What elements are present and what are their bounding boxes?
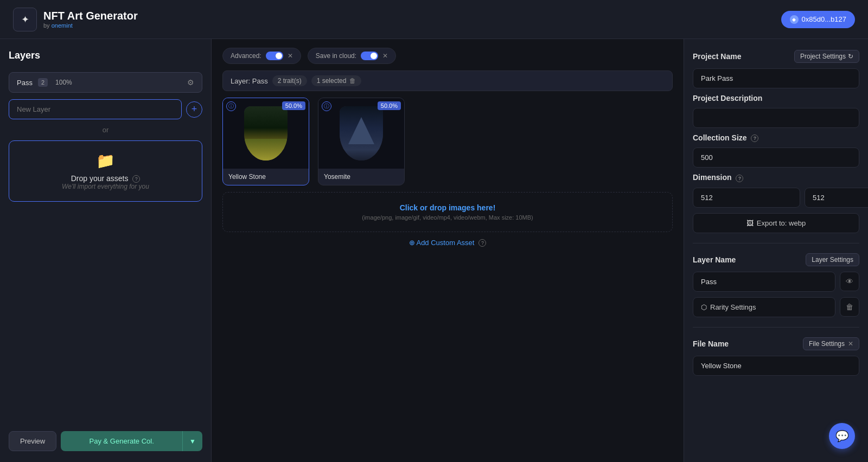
export-label: Export to: webp xyxy=(757,219,806,227)
collection-size-help-icon: ? xyxy=(751,134,758,142)
dimension-row xyxy=(693,188,859,208)
layer-item-pass[interactable]: Pass 2 100% ⚙ xyxy=(9,72,202,93)
header: ✦ NFT Art Generator by onemint ◆ 0x85d0.… xyxy=(0,0,868,39)
asset-thumb-yellowstone xyxy=(244,106,288,161)
file-settings-close-icon[interactable]: ✕ xyxy=(848,340,853,348)
traits-badge: 2 trait(s) xyxy=(272,75,307,86)
divider-1 xyxy=(693,243,859,243)
custom-asset-help-icon: ? xyxy=(478,239,486,247)
app-name: NFT Art Generator xyxy=(43,10,138,22)
asset-info-icon-yosemite[interactable]: ⓘ xyxy=(322,101,331,111)
export-button[interactable]: 🖼 Export to: webp xyxy=(693,213,859,233)
layer-settings-label: Layer Settings xyxy=(812,256,853,264)
advanced-close-icon[interactable]: ✕ xyxy=(288,52,293,60)
drop-zone[interactable]: 📁 Drop your assets ? We'll import everyt… xyxy=(9,140,202,202)
dimension-help-icon: ? xyxy=(736,175,743,182)
generate-button[interactable]: Pay & Generate Col. xyxy=(61,431,182,451)
asset-rarity-yosemite: 50.0% xyxy=(378,101,401,110)
save-cloud-toggle[interactable] xyxy=(361,52,378,60)
save-cloud-close-icon[interactable]: ✕ xyxy=(382,52,388,60)
project-desc-input[interactable] xyxy=(693,108,859,128)
top-bar: Advanced: ✕ Save in cloud: ✕ xyxy=(222,48,673,64)
logo-icon: ✦ xyxy=(13,8,37,31)
project-settings-button[interactable]: Project Settings ↻ xyxy=(794,50,859,63)
custom-asset-label: ⊕ Add Custom Asset xyxy=(409,239,475,247)
advanced-label: Advanced: xyxy=(231,52,261,60)
project-name-label: Project Name xyxy=(693,52,741,61)
yellowstone-art xyxy=(244,106,288,161)
rarity-label: Rarity Settings xyxy=(710,303,756,311)
generate-dropdown-button[interactable]: ▼ xyxy=(182,431,202,451)
drop-title: Drop your assets ? xyxy=(20,174,191,183)
app-sub: by onemint xyxy=(43,22,138,29)
rarity-icon: ⬡ xyxy=(701,303,707,311)
export-icon: 🖼 xyxy=(746,219,754,227)
asset-info-icon-yellowstone[interactable]: ⓘ xyxy=(226,101,236,111)
file-settings-section: File Name File Settings ✕ xyxy=(693,337,859,376)
file-settings-label: File Settings xyxy=(809,340,845,348)
layer-tabs: Layer: Pass 2 trait(s) 1 selected 🗑 xyxy=(222,70,673,91)
yosemite-mountain xyxy=(348,117,374,144)
new-layer-row: + xyxy=(9,99,202,119)
project-settings-section: Project Name Project Settings ↻ Project … xyxy=(693,50,859,233)
drop-help-icon: ? xyxy=(132,175,140,183)
divider-2 xyxy=(693,327,859,328)
dimension-width-input[interactable] xyxy=(693,188,800,208)
add-layer-button[interactable]: + xyxy=(186,101,202,118)
layer-name: Pass xyxy=(17,79,33,87)
layer-name-input[interactable] xyxy=(693,272,835,292)
layer-settings-header: Layer Name Layer Settings xyxy=(693,253,859,266)
center-panel: Advanced: ✕ Save in cloud: ✕ Layer: Pass… xyxy=(212,39,684,462)
asset-thumbnail-yosemite: ⓘ 50.0% xyxy=(318,98,404,169)
upload-subtitle: (image/png, image/gif, video/mp4, video/… xyxy=(234,214,661,221)
drop-subtitle: We'll import everything for you xyxy=(20,183,191,190)
delete-layer-button[interactable]: 🗑 xyxy=(840,297,859,317)
rarity-row: ⬡ Rarity Settings 🗑 xyxy=(693,297,859,317)
asset-thumb-yosemite xyxy=(340,106,383,161)
collection-size-label: Collection Size ? xyxy=(693,133,859,142)
rarity-settings-button[interactable]: ⬡ Rarity Settings xyxy=(693,297,835,317)
main-layout: Layers Pass 2 100% ⚙ + or 📁 Drop your as… xyxy=(0,39,868,462)
wallet-address: 0x85d0...b127 xyxy=(802,15,846,23)
layer-percent: 100% xyxy=(55,79,72,86)
eth-icon: ◆ xyxy=(790,15,799,24)
preview-button[interactable]: Preview xyxy=(9,431,56,451)
generate-group: Pay & Generate Col. ▼ xyxy=(61,431,202,451)
project-desc-label: Project Description xyxy=(693,94,859,102)
advanced-toggle[interactable] xyxy=(266,52,283,60)
wallet-button[interactable]: ◆ 0x85d0...b127 xyxy=(781,11,855,28)
file-name-input[interactable] xyxy=(693,356,859,376)
layer-name-row: 👁 xyxy=(693,272,859,292)
layers-title: Layers xyxy=(9,50,202,61)
file-name-label: File Name xyxy=(693,339,729,348)
project-settings-header: Project Name Project Settings ↻ xyxy=(693,50,859,63)
yosemite-art xyxy=(340,106,383,161)
project-name-input[interactable] xyxy=(693,68,859,88)
sidebar-actions: Preview Pay & Generate Col. ▼ xyxy=(9,431,202,451)
save-cloud-toggle-group: Save in cloud: ✕ xyxy=(308,48,396,64)
asset-name-yosemite: Yosemite xyxy=(318,169,404,185)
collection-size-input[interactable] xyxy=(693,147,859,168)
layer-tab-label[interactable]: Layer: Pass xyxy=(231,77,268,85)
or-divider: or xyxy=(9,126,202,134)
upload-zone[interactable]: Click or drop images here! (image/png, i… xyxy=(222,192,673,232)
custom-asset-row[interactable]: ⊕ Add Custom Asset ? xyxy=(222,239,673,247)
gear-icon[interactable]: ⚙ xyxy=(187,78,194,87)
asset-rarity-yellowstone: 50.0% xyxy=(282,101,305,110)
dimension-height-input[interactable] xyxy=(805,188,868,208)
assets-grid: ⓘ 50.0% Yellow Stone ⓘ 50.0% Yosemite xyxy=(222,98,673,185)
layer-settings-button[interactable]: Layer Settings xyxy=(806,253,859,266)
save-cloud-label: Save in cloud: xyxy=(316,52,356,60)
sidebar: Layers Pass 2 100% ⚙ + or 📁 Drop your as… xyxy=(0,39,212,462)
delete-selected-icon[interactable]: 🗑 xyxy=(349,77,356,85)
layer-name-label: Layer Name xyxy=(693,255,736,264)
chat-button[interactable]: 💬 xyxy=(829,423,855,449)
dimension-label: Dimension ? xyxy=(693,173,859,182)
asset-card-yosemite[interactable]: ⓘ 50.0% Yosemite xyxy=(318,98,405,185)
layer-count: 2 xyxy=(38,78,48,87)
layer-item-left: Pass 2 100% xyxy=(17,78,72,87)
eye-button[interactable]: 👁 xyxy=(840,272,859,291)
new-layer-input[interactable] xyxy=(9,99,182,119)
asset-card-yellowstone[interactable]: ⓘ 50.0% Yellow Stone xyxy=(222,98,309,185)
layer-settings-section: Layer Name Layer Settings 👁 ⬡ Rarity Set… xyxy=(693,253,859,317)
